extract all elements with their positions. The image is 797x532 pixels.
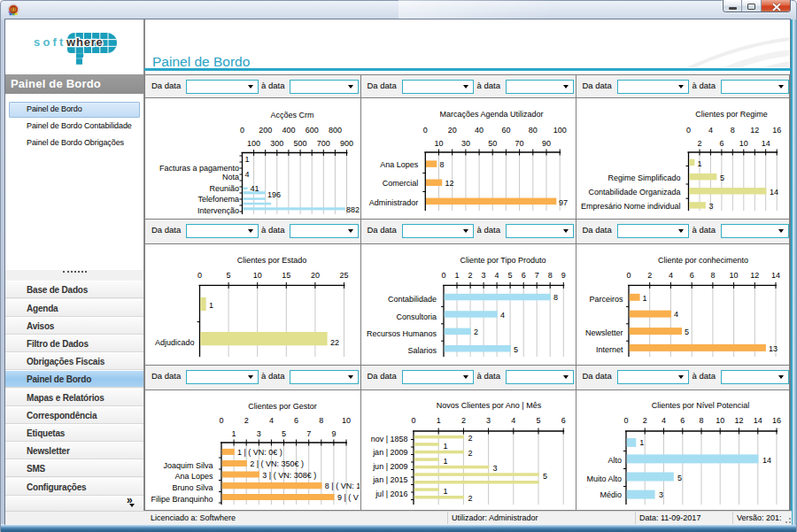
svg-text:0: 0 xyxy=(686,126,691,135)
svg-text:10: 10 xyxy=(434,139,443,148)
svg-text:3: 3 xyxy=(486,416,491,425)
svg-text:25: 25 xyxy=(339,271,348,280)
svg-text:9: 9 xyxy=(561,271,566,280)
svg-text:3: 3 xyxy=(257,429,261,438)
svg-text:8: 8 xyxy=(699,416,703,425)
svg-text:900: 900 xyxy=(340,139,353,148)
svg-text:100: 100 xyxy=(247,139,260,148)
svg-text:8: 8 xyxy=(553,293,558,302)
svg-text:1: 1 xyxy=(639,438,644,447)
svg-text:2: 2 xyxy=(468,271,473,280)
svg-text:1: 1 xyxy=(643,294,647,303)
svg-text:0: 0 xyxy=(423,126,428,135)
svg-text:nov | 1858: nov | 1858 xyxy=(371,435,408,443)
svg-text:Intervenção: Intervenção xyxy=(197,206,239,215)
svg-text:90: 90 xyxy=(542,139,551,148)
svg-text:22: 22 xyxy=(330,338,339,347)
svg-text:40: 40 xyxy=(475,126,484,135)
svg-text:12: 12 xyxy=(750,271,759,280)
svg-text:4: 4 xyxy=(245,170,250,179)
svg-text:Empresário Nome individual: Empresário Nome individual xyxy=(581,202,681,211)
svg-text:3: 3 xyxy=(482,271,486,280)
svg-text:Newsletter: Newsletter xyxy=(585,328,623,337)
svg-text:0: 0 xyxy=(441,271,445,280)
svg-text:41: 41 xyxy=(251,184,259,193)
svg-text:10: 10 xyxy=(716,416,724,425)
svg-text:jul | 2016: jul | 2016 xyxy=(375,490,407,498)
svg-text:9: 9 xyxy=(331,429,336,438)
svg-text:0: 0 xyxy=(411,416,415,425)
svg-text:4: 4 xyxy=(662,416,666,425)
svg-text:Filipe Branquinho: Filipe Branquinho xyxy=(151,495,213,504)
svg-text:Acções Crm: Acções Crm xyxy=(270,111,313,120)
svg-text:Cliente por conhecimento: Cliente por conhecimento xyxy=(658,256,748,265)
svg-text:0: 0 xyxy=(623,416,628,425)
svg-text:200: 200 xyxy=(259,126,272,135)
svg-text:2 | ( VN: 350€ ): 2 | ( VN: 350€ ) xyxy=(250,459,304,468)
svg-text:1: 1 xyxy=(232,429,236,438)
svg-text:Clientes por Regime: Clientes por Regime xyxy=(695,110,768,119)
svg-text:8: 8 xyxy=(731,126,735,135)
svg-text:8: 8 xyxy=(710,271,715,280)
svg-text:0: 0 xyxy=(240,126,244,135)
svg-text:5: 5 xyxy=(685,328,689,336)
svg-text:1 | ( VN: 0€ ): 1 | ( VN: 0€ ) xyxy=(237,448,282,457)
svg-text:jan | 2009: jan | 2009 xyxy=(372,448,407,457)
svg-text:Alto: Alto xyxy=(607,456,622,465)
svg-text:Parceiros: Parceiros xyxy=(589,295,623,304)
svg-text:20: 20 xyxy=(448,126,457,135)
svg-text:12: 12 xyxy=(734,416,743,425)
svg-text:4: 4 xyxy=(495,271,499,280)
svg-text:10: 10 xyxy=(253,271,262,280)
svg-text:Facturas a pagamento: Facturas a pagamento xyxy=(159,164,239,173)
svg-text:Comercial: Comercial xyxy=(383,179,419,188)
svg-text:9 | ( V: 9 | ( V xyxy=(337,493,359,502)
svg-text:97: 97 xyxy=(559,198,568,207)
svg-text:5: 5 xyxy=(227,271,231,280)
svg-text:1: 1 xyxy=(437,416,441,425)
svg-text:4: 4 xyxy=(511,416,515,425)
svg-text:6: 6 xyxy=(680,416,685,425)
svg-text:jun | 2009: jun | 2009 xyxy=(372,462,407,471)
svg-text:4: 4 xyxy=(674,310,678,319)
svg-text:2: 2 xyxy=(647,271,652,280)
svg-text:50: 50 xyxy=(488,139,497,148)
svg-text:100: 100 xyxy=(553,126,567,135)
svg-text:6: 6 xyxy=(719,139,723,148)
svg-text:70: 70 xyxy=(515,139,524,148)
svg-text:2: 2 xyxy=(474,328,478,336)
svg-text:13: 13 xyxy=(769,344,778,353)
svg-text:15: 15 xyxy=(282,271,290,280)
svg-text:10: 10 xyxy=(730,271,739,280)
svg-text:4: 4 xyxy=(269,416,274,425)
svg-text:2: 2 xyxy=(468,434,473,443)
svg-text:jan | 2015: jan | 2015 xyxy=(372,475,407,484)
svg-text:12: 12 xyxy=(750,126,759,135)
svg-text:0: 0 xyxy=(197,271,202,280)
svg-text:6: 6 xyxy=(294,416,298,425)
svg-text:Consultoria: Consultoria xyxy=(396,312,437,321)
svg-text:14: 14 xyxy=(762,139,770,148)
svg-text:10: 10 xyxy=(342,416,351,425)
svg-text:8: 8 xyxy=(319,416,323,425)
svg-text:Cliente por Tipo Produto: Cliente por Tipo Produto xyxy=(460,256,546,265)
svg-text:Muito Alto: Muito Alto xyxy=(586,474,622,483)
svg-text:Internet: Internet xyxy=(596,345,623,354)
svg-text:7: 7 xyxy=(306,429,311,438)
svg-text:4: 4 xyxy=(500,311,505,320)
svg-text:7: 7 xyxy=(535,271,539,280)
svg-text:Clientes por Estado: Clientes por Estado xyxy=(237,256,307,265)
svg-text:1: 1 xyxy=(245,155,250,164)
svg-text:5: 5 xyxy=(720,173,724,182)
svg-text:Reunião: Reunião xyxy=(209,184,239,193)
svg-text:6: 6 xyxy=(522,271,526,280)
svg-text:3: 3 xyxy=(709,202,714,211)
svg-text:16: 16 xyxy=(772,126,781,135)
svg-text:2: 2 xyxy=(468,449,473,458)
svg-text:10: 10 xyxy=(739,139,748,148)
svg-text:Regime Simplificado: Regime Simplificado xyxy=(607,173,680,182)
svg-text:Salarios: Salarios xyxy=(407,346,437,355)
svg-text:where: where xyxy=(66,35,104,49)
svg-text:2: 2 xyxy=(468,494,473,503)
svg-text:5: 5 xyxy=(536,416,540,425)
